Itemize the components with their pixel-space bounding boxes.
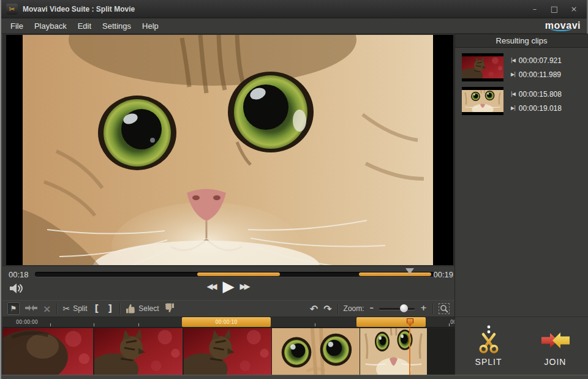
ruler-label-end: 00:	[450, 320, 454, 325]
toolbar-separator	[337, 303, 338, 314]
ruler-label-mid: 00:00:10	[216, 320, 238, 325]
edit-toolbar: ⚑ × ✂ Split [ ] Select	[2, 300, 454, 317]
seek-selected-range-2[interactable]	[359, 272, 431, 276]
timeline-selected-segment-2[interactable]	[356, 317, 426, 327]
timeline-frame[interactable]	[272, 328, 360, 375]
elapsed-time: 00:18	[9, 270, 29, 279]
ruler-label-start: 00:00:00	[16, 320, 38, 325]
join-button-label: JOIN	[545, 357, 567, 367]
menu-edit[interactable]: Edit	[72, 20, 97, 32]
split-tool-button[interactable]: ✂ Split	[62, 304, 87, 313]
zoom-slider[interactable]	[379, 304, 415, 313]
select-tool-label: Select	[138, 304, 159, 313]
timeline-frame[interactable]	[3, 328, 93, 375]
transport-bar: 00:18 00:19 ◀◀ ▶ ▶▶	[2, 266, 454, 300]
magnifier-icon	[440, 304, 448, 313]
menubar: File Playback Edit Settings Help movavi	[1, 18, 587, 34]
menu-file[interactable]: File	[5, 20, 29, 32]
split-scissors-icon	[477, 325, 500, 355]
fit-to-frame-button[interactable]	[439, 303, 450, 314]
timeline-frame[interactable]	[184, 328, 271, 375]
clip-thumbnail-1[interactable]	[462, 53, 503, 81]
undo-button[interactable]: ↶	[310, 303, 318, 315]
rewind-button[interactable]: ◀◀	[206, 282, 217, 291]
join-arrows-icon	[541, 325, 570, 355]
timeline-frame[interactable]	[94, 328, 183, 375]
redo-button[interactable]: ↷	[323, 303, 331, 315]
clip-thumbnail-2[interactable]	[462, 87, 503, 115]
clip-item-2[interactable]: |◀ 00:00:15.808 ▶| 00:00:19.018	[455, 81, 588, 115]
zoom-out-button[interactable]: –	[370, 303, 374, 312]
thumb-down-icon	[165, 303, 175, 312]
seek-selected-range-1[interactable]	[197, 272, 281, 276]
maximize-button[interactable]: □	[546, 3, 562, 15]
menu-help[interactable]: Help	[137, 20, 164, 32]
titlebar: ✂ Movavi Video Suite : Split Movie – □ ×	[1, 0, 587, 18]
timeline: 00:00:00 00:00:10 00:	[2, 317, 454, 375]
movavi-logo: movavi	[545, 20, 581, 31]
clip-out-time: 00:00:11.989	[519, 70, 561, 79]
seek-bar[interactable]	[35, 272, 434, 277]
timeline-frame[interactable]	[360, 328, 427, 375]
panel-title: Resulting clips	[496, 36, 548, 45]
toolbar-separator	[432, 303, 433, 314]
toolbar-separator	[56, 303, 57, 314]
clip-out-time: 00:00:19.018	[519, 104, 562, 113]
play-button[interactable]: ▶	[222, 279, 234, 294]
total-time: 00:19	[433, 270, 453, 279]
video-frame-cat	[23, 35, 433, 265]
clip-in-icon: |◀	[511, 91, 515, 97]
window-bottom-edge	[1, 375, 588, 379]
action-bar: SPLIT JOIN	[455, 317, 588, 375]
volume-button[interactable]	[10, 283, 24, 296]
split-tool-label: Split	[73, 304, 87, 313]
merge-clips-button[interactable]	[25, 304, 37, 313]
zoom-label: Zoom:	[344, 304, 364, 313]
split-button-label: SPLIT	[475, 357, 502, 367]
set-start-bracket-button[interactable]: [	[92, 303, 100, 314]
thumb-up-icon	[126, 304, 135, 313]
forward-button[interactable]: ▶▶	[240, 282, 251, 291]
app-logo-icon: ✂	[6, 4, 18, 15]
seek-playhead[interactable]	[405, 268, 414, 274]
clip-item-1[interactable]: |◀ 00:00:07.921 ▶| 00:00:11.989	[455, 48, 588, 81]
timeline-filmstrip	[2, 328, 454, 375]
panel-header: Resulting clips	[455, 34, 588, 48]
delete-clip-button[interactable]: ×	[43, 303, 51, 315]
scissors-icon: ✂	[62, 304, 70, 313]
video-preview-area	[2, 34, 454, 266]
deselect-fragment-button[interactable]	[165, 303, 175, 314]
timeline-selected-segment-1[interactable]: 00:00:10	[182, 317, 271, 327]
flag-marker-button[interactable]: ⚑	[7, 302, 20, 315]
join-button[interactable]: JOIN	[522, 317, 588, 375]
zoom-slider-thumb[interactable]	[400, 304, 408, 312]
zoom-slider-track	[379, 308, 415, 310]
timeline-ruler[interactable]: 00:00:00 00:00:10 00:	[2, 317, 454, 328]
clip-in-time: 00:00:15.808	[519, 90, 562, 99]
toolbar-separator	[119, 303, 120, 314]
app-window: ✂ Movavi Video Suite : Split Movie – □ ×…	[0, 0, 588, 379]
select-fragment-button[interactable]: Select	[126, 304, 159, 313]
clip-out-icon: ▶|	[511, 105, 515, 111]
minimize-button[interactable]: –	[527, 3, 543, 15]
video-screen	[6, 35, 453, 265]
split-button[interactable]: SPLIT	[455, 317, 522, 375]
close-button[interactable]: ×	[566, 3, 582, 15]
clip-in-icon: |◀	[511, 58, 515, 63]
menu-playback[interactable]: Playback	[29, 20, 72, 32]
window-title: Movavi Video Suite : Split Movie	[23, 5, 135, 13]
resulting-clips-panel: Resulting clips |◀ 00:00:07.921 ▶| 00:00…	[454, 34, 588, 375]
clip-in-time: 00:00:07.921	[519, 56, 562, 65]
zoom-in-button[interactable]: +	[420, 303, 427, 312]
menu-settings[interactable]: Settings	[97, 20, 137, 32]
timeline-playhead-line	[409, 328, 410, 375]
set-end-bracket-button[interactable]: ]	[106, 303, 114, 314]
clip-out-icon: ▶|	[511, 72, 515, 77]
